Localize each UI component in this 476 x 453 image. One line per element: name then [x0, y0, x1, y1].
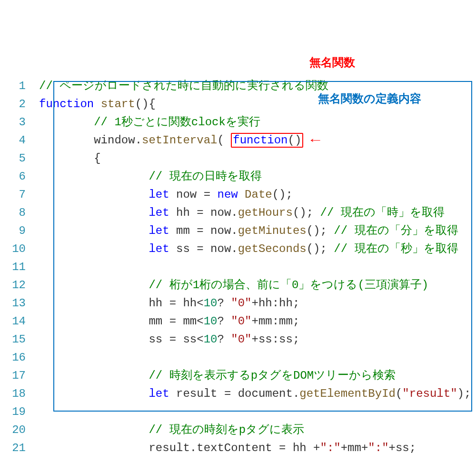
- line-number: 20: [5, 421, 39, 439]
- token-text: now =: [169, 188, 218, 201]
- token-text: ();: [272, 188, 293, 201]
- code-line: 17 // 時刻を表示するpタグをDOMツリーから検索: [5, 367, 476, 385]
- token-keyword: new: [217, 188, 238, 201]
- token-text: [94, 98, 100, 111]
- line-content: ss = ss<10? "0"+ss:ss;: [39, 331, 476, 349]
- code-line: 8 let hh = now.getHours(); // 現在の「時」を取得: [5, 204, 476, 222]
- code-line: 6 // 現在の日時を取得: [5, 168, 476, 186]
- token-text: ?: [217, 315, 231, 328]
- code-line: 12 // 桁が1桁の場合、前に「0」をつける(三項演算子): [5, 276, 476, 294]
- line-content: let now = new Date();: [39, 186, 476, 204]
- token-text: ss = ss<: [149, 333, 203, 346]
- token-keyword: let: [149, 387, 169, 400]
- token-keyword: let: [149, 242, 169, 255]
- line-number: 9: [5, 222, 39, 240]
- token-comment: // 桁が1桁の場合、前に「0」をつける(三項演算子): [149, 279, 428, 292]
- token-text: [238, 188, 245, 201]
- token-text: +mm+: [341, 442, 368, 453]
- line-content: function start(){: [39, 95, 476, 113]
- token-func: getMinutes: [238, 224, 307, 237]
- line-content: hh = hh<10? "0"+hh:hh;: [39, 294, 476, 312]
- token-text: ();: [307, 224, 334, 237]
- token-text: +ss;: [389, 442, 416, 453]
- code-line: 4 window.setInterval( function() ←: [5, 131, 476, 150]
- token-number: 10: [204, 297, 218, 310]
- token-func: getSeconds: [238, 242, 307, 255]
- token-keyword: function: [39, 98, 94, 111]
- line-number: 1: [5, 77, 39, 95]
- code-line: 5 {: [5, 150, 476, 168]
- line-number: 3: [5, 113, 39, 131]
- line-number: 21: [5, 439, 39, 453]
- token-comment: // 現在の「分」を取得: [334, 224, 458, 237]
- line-content: let hh = now.getHours(); // 現在の「時」を取得: [39, 204, 476, 222]
- token-func: setInterval: [142, 134, 217, 147]
- token-comment: // 現在の日時を取得: [149, 170, 261, 183]
- token-text: {: [94, 152, 100, 165]
- token-text: ();: [307, 242, 334, 255]
- line-content: let mm = now.getMinutes(); // 現在の「分」を取得: [39, 222, 476, 240]
- token-text: ?: [217, 297, 231, 310]
- token-text: (): [288, 134, 302, 147]
- token-text: mm = now.: [169, 224, 238, 237]
- token-text: +ss:ss;: [252, 333, 300, 346]
- code-block: 1// ページがロードされた時に自動的に実行される関数2function sta…: [5, 77, 476, 453]
- line-content: let result = document.getElementById("re…: [39, 385, 476, 403]
- token-string: "0": [231, 333, 251, 346]
- token-text: (){: [135, 98, 156, 111]
- token-string: "0": [231, 315, 251, 328]
- token-comment: // 現在の「秒」を取得: [334, 242, 458, 255]
- code-line: 11: [5, 258, 476, 276]
- line-number: 14: [5, 312, 39, 331]
- token-text: window.: [94, 134, 142, 147]
- line-number: 13: [5, 294, 39, 312]
- line-content: // 現在の日時を取得: [39, 168, 476, 186]
- line-number: 18: [5, 385, 39, 403]
- code-line: 9 let mm = now.getMinutes(); // 現在の「分」を取…: [5, 222, 476, 240]
- token-text: result = document.: [169, 387, 300, 400]
- line-number: 5: [5, 150, 39, 168]
- line-number: 8: [5, 204, 39, 222]
- line-content: // ページがロードされた時に自動的に実行される関数: [39, 77, 476, 95]
- token-text: result.textContent = hh +: [149, 442, 320, 453]
- token-text: hh = now.: [169, 206, 238, 219]
- line-content: mm = mm<10? "0"+mm:mm;: [39, 312, 476, 331]
- token-string: "0": [231, 297, 251, 310]
- token-comment: // ページがロードされた時に自動的に実行される関数: [39, 80, 328, 92]
- code-line: 20 // 現在の時刻をpタグに表示: [5, 421, 476, 439]
- code-line: 19: [5, 403, 476, 421]
- token-text: ss = now.: [169, 242, 238, 255]
- token-comment: // 現在の「時」を取得: [320, 206, 445, 219]
- line-content: // 1秒ごとに関数clockを実行: [39, 113, 476, 131]
- line-number: 10: [5, 240, 39, 258]
- token-string: ":": [320, 442, 341, 453]
- token-text: +hh:hh;: [252, 297, 300, 310]
- line-number: 11: [5, 258, 39, 276]
- token-func: getElementById: [299, 387, 396, 400]
- line-content: let ss = now.getSeconds(); // 現在の「秒」を取得: [39, 240, 476, 258]
- code-line: 7 let now = new Date();: [5, 186, 476, 204]
- code-line: 13 hh = hh<10? "0"+hh:hh;: [5, 294, 476, 312]
- annotation-red-box: function(): [231, 133, 303, 148]
- token-text: ?: [217, 333, 231, 346]
- token-text: );: [457, 387, 471, 400]
- line-number: 4: [5, 131, 39, 150]
- line-content: {: [39, 150, 476, 168]
- token-text: hh = hh<: [149, 297, 203, 310]
- code-line: 16: [5, 349, 476, 367]
- line-number: 2: [5, 95, 39, 113]
- code-line: 15 ss = ss<10? "0"+ss:ss;: [5, 331, 476, 349]
- code-line: 18 let result = document.getElementById(…: [5, 385, 476, 403]
- code-line: 2function start(){: [5, 95, 476, 113]
- token-func: getHours: [238, 206, 293, 219]
- token-keyword: function: [233, 134, 288, 147]
- token-text: ();: [293, 206, 320, 219]
- token-text: (: [217, 134, 224, 147]
- token-comment: // 時刻を表示するpタグをDOMツリーから検索: [149, 369, 396, 382]
- token-text: [224, 134, 231, 147]
- token-text: +mm:mm;: [252, 315, 300, 328]
- token-text: (: [396, 387, 402, 400]
- annotation-red-label: 無名関数: [309, 53, 355, 71]
- line-number: 16: [5, 349, 39, 367]
- code-line: 10 let ss = now.getSeconds(); // 現在の「秒」を…: [5, 240, 476, 258]
